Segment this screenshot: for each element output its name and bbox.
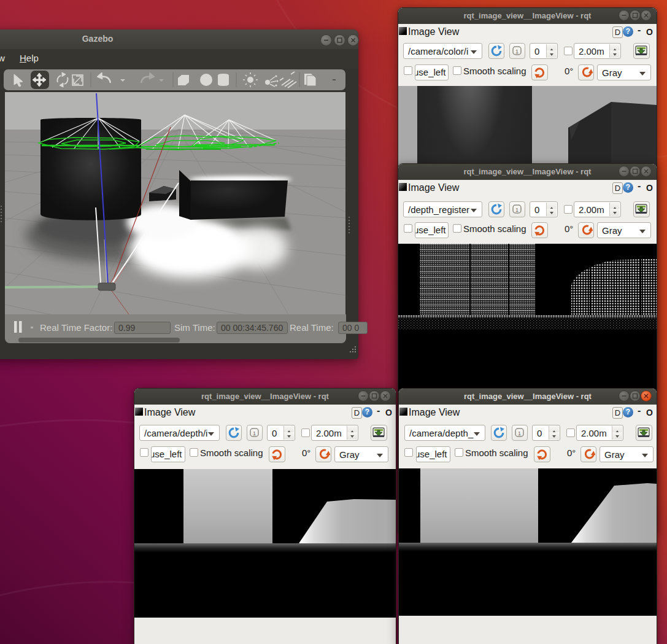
svg-text:1: 1 xyxy=(515,207,519,213)
svg-text:1: 1 xyxy=(515,48,519,55)
svg-text:1: 1 xyxy=(253,430,256,436)
svg-text:1: 1 xyxy=(518,430,521,436)
